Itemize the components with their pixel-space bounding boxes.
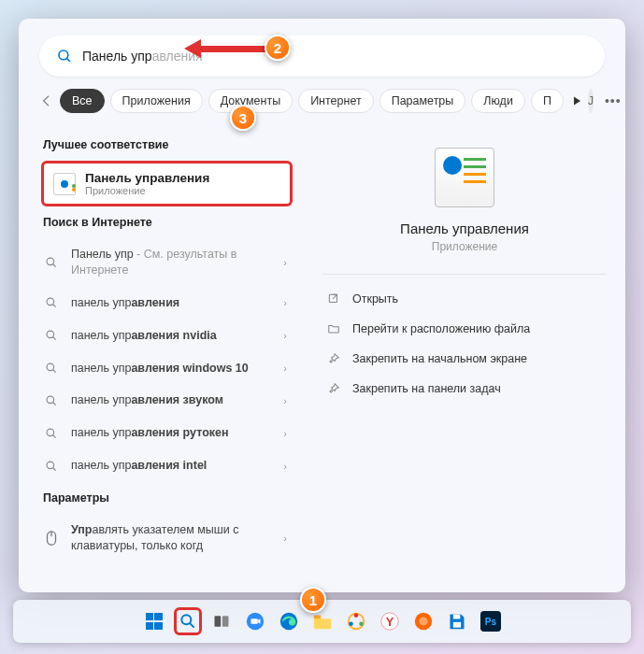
annotation-marker-1: 1 bbox=[300, 587, 326, 613]
svg-point-0 bbox=[59, 50, 68, 60]
svg-point-34 bbox=[419, 617, 427, 625]
zoom-icon[interactable] bbox=[241, 607, 269, 635]
preview-subtitle: Приложение bbox=[322, 240, 607, 253]
start-button[interactable] bbox=[140, 607, 168, 635]
web-result[interactable]: панель управления nvidia › bbox=[41, 320, 293, 352]
pin-icon bbox=[326, 382, 341, 395]
chevron-right-icon: › bbox=[283, 330, 287, 341]
filter-chip-all[interactable]: Все bbox=[60, 89, 105, 113]
chevron-right-icon: › bbox=[283, 395, 287, 406]
svg-point-10 bbox=[47, 396, 54, 404]
svg-point-30 bbox=[349, 621, 353, 626]
svg-point-6 bbox=[47, 331, 54, 338]
filter-scroll-right[interactable] bbox=[571, 90, 582, 112]
yandex-icon[interactable]: Y bbox=[376, 607, 404, 635]
taskbar-search-button[interactable] bbox=[174, 607, 202, 635]
annotation-marker-2: 2 bbox=[265, 35, 291, 61]
svg-point-14 bbox=[47, 462, 54, 469]
svg-point-8 bbox=[47, 363, 54, 371]
search-icon bbox=[43, 296, 60, 309]
filter-bar: Все Приложения Документы Интернет Параме… bbox=[19, 88, 625, 123]
open-icon bbox=[326, 292, 341, 306]
control-panel-icon bbox=[53, 173, 76, 195]
best-match-subtitle: Приложение bbox=[85, 185, 209, 196]
svg-line-15 bbox=[53, 467, 56, 470]
search-icon bbox=[56, 48, 73, 64]
svg-line-13 bbox=[53, 434, 56, 437]
svg-point-2 bbox=[47, 258, 54, 265]
web-result[interactable]: панель управления › bbox=[41, 287, 293, 320]
svg-line-11 bbox=[53, 403, 56, 405]
search-icon bbox=[43, 362, 60, 375]
web-result[interactable]: панель управления intel › bbox=[41, 449, 293, 482]
control-panel-icon-large bbox=[435, 148, 494, 207]
search-icon bbox=[43, 460, 60, 473]
filter-chip-internet[interactable]: Интернет bbox=[298, 89, 374, 113]
svg-point-28 bbox=[353, 613, 358, 618]
web-result[interactable]: панель управления звуком › bbox=[41, 384, 293, 417]
svg-line-9 bbox=[53, 370, 56, 373]
web-result[interactable]: панель управления windows 10 › bbox=[41, 352, 293, 385]
filter-chip-settings[interactable]: Параметры bbox=[379, 89, 466, 113]
annotation-marker-3: 3 bbox=[230, 105, 256, 131]
chevron-right-icon: › bbox=[283, 428, 287, 439]
svg-rect-26 bbox=[313, 616, 320, 619]
chevron-right-icon: › bbox=[283, 533, 287, 544]
preview-action[interactable]: Закрепить на панели задач bbox=[322, 374, 607, 404]
preview-action[interactable]: Перейти к расположению файла bbox=[322, 314, 607, 344]
section-settings: Параметры bbox=[43, 491, 304, 505]
photoshop-icon[interactable]: Ps bbox=[477, 607, 505, 635]
app-icon-1[interactable] bbox=[342, 607, 370, 635]
divider bbox=[322, 274, 607, 275]
save-icon[interactable] bbox=[443, 607, 471, 635]
preview-pane: Панель управления Приложение ОткрытьПере… bbox=[304, 123, 625, 592]
search-icon bbox=[43, 329, 60, 342]
web-result[interactable]: Панель упр - См. результаты в Интернете … bbox=[41, 238, 293, 287]
svg-line-7 bbox=[53, 337, 56, 340]
svg-line-20 bbox=[190, 623, 194, 628]
edge-icon[interactable] bbox=[275, 607, 303, 635]
pin-icon bbox=[326, 352, 341, 365]
more-menu[interactable]: ••• bbox=[599, 93, 627, 108]
svg-rect-22 bbox=[222, 616, 228, 627]
svg-text:Ps: Ps bbox=[484, 617, 496, 627]
chevron-right-icon: › bbox=[283, 363, 287, 374]
svg-line-3 bbox=[53, 264, 56, 267]
search-icon bbox=[43, 394, 60, 407]
preview-action[interactable]: Открыть bbox=[322, 284, 607, 314]
best-match-item[interactable]: Панель управления Приложение bbox=[41, 161, 293, 206]
settings-result[interactable]: Управлять указателем мыши с клавиатуры, … bbox=[41, 514, 293, 562]
best-match-title: Панель управления bbox=[85, 171, 209, 185]
svg-text:Y: Y bbox=[385, 615, 394, 629]
filter-chip-apps[interactable]: Приложения bbox=[110, 89, 203, 113]
section-best-match: Лучшее соответствие bbox=[43, 138, 304, 151]
app-icon-2[interactable] bbox=[409, 607, 437, 635]
svg-rect-35 bbox=[452, 615, 460, 619]
taskview-button[interactable] bbox=[208, 607, 236, 635]
svg-rect-36 bbox=[452, 622, 460, 628]
filter-chip-people[interactable]: Люди bbox=[471, 89, 525, 113]
search-input[interactable]: Панель управления bbox=[39, 36, 605, 77]
svg-line-1 bbox=[66, 58, 70, 62]
results-pane: Лучшее соответствие Панель управления Пр… bbox=[19, 123, 304, 592]
web-result[interactable]: панель управления рутокен › bbox=[41, 417, 293, 449]
svg-line-5 bbox=[53, 305, 56, 307]
chevron-right-icon: › bbox=[283, 257, 287, 268]
svg-point-4 bbox=[47, 298, 54, 306]
folder-icon bbox=[326, 322, 341, 335]
filter-chip-more[interactable]: П bbox=[531, 89, 564, 113]
preview-title: Панель управления bbox=[322, 220, 607, 236]
search-window: Панель управления Все Приложения Докумен… bbox=[19, 19, 625, 592]
user-avatar[interactable]: J bbox=[588, 89, 594, 113]
chevron-right-icon: › bbox=[283, 297, 287, 308]
annotation-arrow bbox=[184, 39, 268, 58]
chevron-right-icon: › bbox=[283, 461, 287, 472]
preview-action[interactable]: Закрепить на начальном экране bbox=[322, 344, 607, 374]
svg-point-29 bbox=[359, 621, 364, 626]
search-icon bbox=[43, 427, 60, 440]
svg-rect-21 bbox=[214, 616, 221, 627]
mouse-icon bbox=[43, 530, 60, 547]
svg-point-19 bbox=[181, 615, 191, 624]
section-web: Поиск в Интернете bbox=[43, 216, 304, 229]
back-button[interactable] bbox=[39, 88, 54, 114]
